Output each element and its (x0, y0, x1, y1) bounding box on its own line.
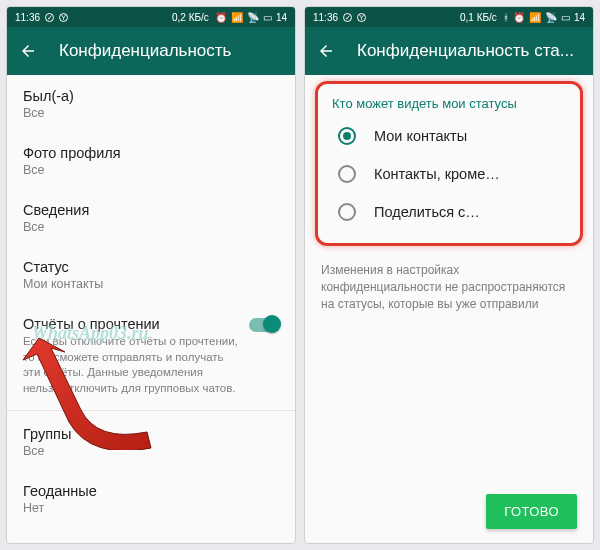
status-icon-1: ✓ (343, 13, 352, 22)
battery-pct: 14 (276, 12, 287, 23)
section-header: Кто может видеть мои статусы (322, 90, 576, 117)
status-bar: 11:36 ✓ Y 0,2 КБ/с ⏰ 📶 📡 ▭ 14 (7, 7, 295, 27)
battery-pct: 14 (574, 12, 585, 23)
bluetooth-icon: ᚼ (503, 12, 509, 23)
setting-value: Нет (23, 501, 279, 515)
setting-title: Статус (23, 259, 279, 275)
page-title: Конфиденциальность (59, 41, 231, 61)
status-speed: 0,1 КБ/с (460, 12, 497, 23)
phone-left: 11:36 ✓ Y 0,2 КБ/с ⏰ 📶 📡 ▭ 14 Конфиденци… (6, 6, 296, 544)
setting-title: Был(-а) (23, 88, 279, 104)
setting-value: Все (23, 220, 279, 234)
status-speed: 0,2 КБ/с (172, 12, 209, 23)
setting-value: Все (23, 106, 279, 120)
setting-profile-photo[interactable]: Фото профиля Все (7, 132, 295, 189)
setting-read-receipts[interactable]: Отчёты о прочтении Если вы отключите отч… (7, 303, 295, 408)
battery-icon: ▭ (263, 12, 272, 23)
setting-title: Сведения (23, 202, 279, 218)
setting-title: Геоданные (23, 483, 279, 499)
toggle-switch[interactable] (249, 318, 279, 332)
radio-icon (338, 203, 356, 221)
status-icon-1: ✓ (45, 13, 54, 22)
status-icon-2: Y (59, 13, 68, 22)
setting-value: Все (23, 163, 279, 177)
settings-list: Был(-а) Все Фото профиля Все Сведения Вс… (7, 75, 295, 543)
radio-label: Поделиться с… (374, 204, 480, 220)
status-privacy-content: Кто может видеть мои статусы Мои контакт… (305, 75, 593, 543)
radio-icon (338, 165, 356, 183)
setting-desc: Если вы отключите отчёты о прочтении, то… (23, 334, 239, 396)
app-bar: Конфиденциальность ста... (305, 27, 593, 75)
setting-value: Все (23, 444, 279, 458)
wifi-icon: 📡 (247, 12, 259, 23)
status-time: 11:36 (15, 12, 40, 23)
done-button[interactable]: ГОТОВО (486, 494, 577, 529)
phone-right: 11:36 ✓ Y 0,1 КБ/с ᚼ ⏰ 📶 📡 ▭ 14 Конфиден… (304, 6, 594, 544)
radio-label: Мои контакты (374, 128, 467, 144)
highlighted-group: Кто может видеть мои статусы Мои контакт… (315, 81, 583, 246)
privacy-note: Изменения в настройках конфиденциальност… (305, 252, 593, 322)
setting-title: Отчёты о прочтении (23, 316, 239, 332)
app-bar: Конфиденциальность (7, 27, 295, 75)
setting-last-seen[interactable]: Был(-а) Все (7, 75, 295, 132)
divider (7, 410, 295, 411)
setting-value: Мои контакты (23, 277, 279, 291)
setting-status[interactable]: Статус Мои контакты (7, 246, 295, 303)
back-icon[interactable] (317, 42, 335, 60)
setting-about[interactable]: Сведения Все (7, 189, 295, 246)
signal-icon: 📶 (529, 12, 541, 23)
radio-option-except[interactable]: Контакты, кроме… (326, 155, 572, 193)
alarm-icon: ⏰ (513, 12, 525, 23)
page-title: Конфиденциальность ста... (357, 41, 574, 61)
setting-title: Фото профиля (23, 145, 279, 161)
radio-icon (338, 127, 356, 145)
status-time: 11:36 (313, 12, 338, 23)
status-bar: 11:36 ✓ Y 0,1 КБ/с ᚼ ⏰ 📶 📡 ▭ 14 (305, 7, 593, 27)
setting-title: Группы (23, 426, 279, 442)
setting-groups[interactable]: Группы Все (7, 413, 295, 470)
status-icon-2: Y (357, 13, 366, 22)
signal-icon: 📶 (231, 12, 243, 23)
wifi-icon: 📡 (545, 12, 557, 23)
battery-icon: ▭ (561, 12, 570, 23)
radio-group: Мои контакты Контакты, кроме… Поделиться… (322, 117, 576, 237)
setting-live-location[interactable]: Геоданные Нет (7, 470, 295, 527)
radio-option-share-with[interactable]: Поделиться с… (326, 193, 572, 231)
radio-option-contacts[interactable]: Мои контакты (326, 117, 572, 155)
radio-label: Контакты, кроме… (374, 166, 500, 182)
back-icon[interactable] (19, 42, 37, 60)
alarm-icon: ⏰ (215, 12, 227, 23)
